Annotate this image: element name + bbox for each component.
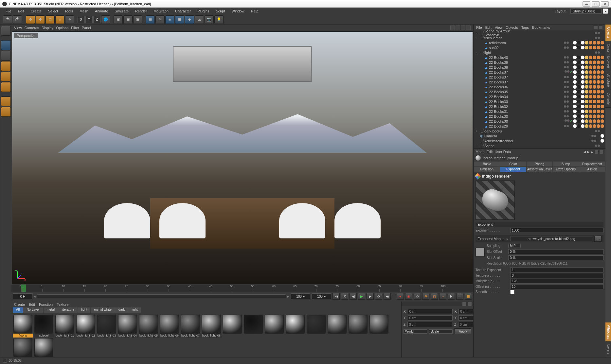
tab-basic[interactable]: Basic [474,162,500,166]
visibility-dots[interactable] [595,130,603,132]
tree-row[interactable]: ▲reflektoren [474,40,605,45]
tag-icon[interactable] [577,119,581,123]
material-item[interactable] [369,315,389,338]
panel-close-icon[interactable] [468,302,472,306]
model-mode-button[interactable] [1,40,11,50]
mat-tab-nolayer[interactable]: No Layer [23,307,43,313]
material-item[interactable]: floor p [13,315,33,338]
tag-icon[interactable] [585,105,588,108]
tag-icon[interactable] [577,80,581,84]
tag-strip[interactable] [573,114,604,118]
material-item[interactable] [243,315,263,338]
tag-strip[interactable] [573,75,604,79]
scale-tool[interactable]: ◻ [45,15,55,24]
tag-strip[interactable] [573,70,604,74]
expand-toggle-icon[interactable]: − [476,36,479,40]
tag-strip[interactable] [573,65,604,69]
visibility-dots[interactable] [564,91,572,93]
goto-start-button[interactable]: ⏮ [332,293,340,300]
tag-icon[interactable] [581,65,584,69]
coord-world-dropdown[interactable]: World [404,329,427,334]
expand-toggle-icon[interactable]: − [476,31,479,35]
vp-nav-icon[interactable] [461,26,465,30]
tree-row[interactable]: ▲22 Books36 [474,84,605,89]
tab-content-browser[interactable]: Content Browser [605,41,611,71]
tag-icon[interactable] [577,124,581,128]
tree-row[interactable]: +⎿⁰dark books [474,129,605,133]
map-thumbnail[interactable] [476,248,485,257]
pos-y-field[interactable] [408,315,453,321]
material-item[interactable] [327,315,347,338]
tag-icon[interactable] [585,41,588,44]
menu-window[interactable]: Window [229,9,247,14]
autokey-button[interactable]: ◉ [405,293,412,300]
tag-icon[interactable] [581,114,584,118]
tag-icon[interactable] [573,95,577,98]
tag-icon[interactable] [585,119,588,123]
tag-strip[interactable] [573,61,604,64]
mat-tab-metal[interactable]: metal [44,307,58,313]
tag-strip[interactable] [573,100,604,103]
menu-render[interactable]: Render [133,9,150,14]
om-menu-file[interactable]: File [476,26,482,29]
tag-icon[interactable] [589,90,592,94]
tag-icon[interactable] [573,80,577,84]
material-item[interactable] [222,315,243,338]
material-item[interactable]: book_light_08 [201,315,222,338]
tag-icon[interactable] [573,124,577,128]
nav-fwd-icon[interactable]: ▶ [587,150,589,154]
goto-prev-key-button[interactable]: ⟲ [341,293,348,300]
mat-tab-orchid[interactable]: orchid white [91,307,115,313]
visibility-dots[interactable] [564,105,572,108]
pos-z-field[interactable] [407,322,452,327]
tab-displacement[interactable]: Displacement [579,162,605,166]
timeline-ruler[interactable]: 0510152025303540455055606570758085909510… [11,285,473,292]
key-pos-button[interactable]: ✥ [422,293,429,300]
key-scale-button[interactable]: ◻ [431,293,438,300]
tag-icon[interactable] [585,56,588,59]
rotate-tool[interactable]: ○ [55,15,64,24]
snap-button[interactable] [1,107,11,117]
tag-icon[interactable] [597,61,600,64]
om-menu-edit[interactable]: Edit [485,26,492,29]
tag-icon[interactable] [585,80,588,84]
tag-icon[interactable] [589,75,592,79]
key-pla-button[interactable]: ⋮ [456,293,463,300]
polygon-mode-button[interactable] [1,82,11,92]
primitive-cube-button[interactable]: ▦ [146,15,155,24]
recent-tool[interactable]: ✎ [65,15,74,24]
tree-row[interactable]: ▲22 Books30 [474,114,605,119]
menu-plugins[interactable]: Plugins [195,9,212,14]
tag-strip[interactable] [573,105,604,108]
panel-menu-icon[interactable] [599,26,603,30]
tag-icon[interactable] [593,56,596,59]
tag-icon[interactable] [589,41,592,44]
tag-icon[interactable] [597,85,600,89]
x-axis-lock[interactable]: X [78,16,85,23]
timeline-scrollbar[interactable] [37,294,286,298]
menu-script[interactable]: Script [213,9,227,14]
live-select-tool[interactable]: ✥ [26,15,35,24]
exponent-field[interactable] [510,228,603,233]
visibility-dots[interactable] [595,37,603,39]
visibility-dots[interactable] [564,61,572,63]
material-item[interactable]: book_light_05 [138,315,159,338]
tag-icon[interactable] [593,65,596,69]
tag-icon[interactable] [573,85,577,89]
tree-row[interactable]: ▲22 Books30✓ [474,119,605,124]
key-param-button[interactable]: P [448,293,455,300]
y-axis-lock[interactable]: Y [85,16,93,23]
tag-icon[interactable] [581,61,584,64]
visibility-dots[interactable]: ✓ [565,70,572,74]
tag-icon[interactable] [585,75,588,79]
tab-structure[interactable]: Structure [605,71,611,90]
tag-icon[interactable] [585,85,588,89]
vp-menu-view[interactable]: View [14,26,22,30]
visibility-dots[interactable] [564,125,572,127]
key-options-button[interactable]: ▦ [465,293,472,300]
render-settings-button[interactable]: ▣ [133,15,142,24]
blur-offset-field[interactable] [508,249,603,254]
tag-icon[interactable] [585,114,588,118]
tag-icon[interactable] [585,95,588,98]
visibility-dots[interactable] [564,46,572,49]
